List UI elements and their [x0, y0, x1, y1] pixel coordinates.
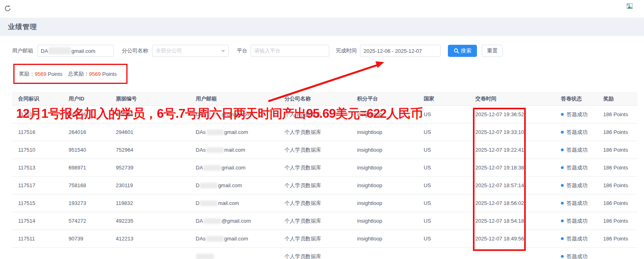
- cell-company: 个人学员数据库: [278, 123, 351, 141]
- column-header: 交卷时间: [469, 92, 555, 105]
- cell-company: 个人学员数据库: [278, 230, 351, 247]
- cell-platform: insightloop: [351, 230, 418, 247]
- email-label: 用户邮箱: [12, 47, 33, 54]
- table-row: 117510951540752964DAsmail.com个人学员数据库insi…: [12, 141, 638, 159]
- cell-platform: [351, 248, 418, 259]
- reward-unit: Points: [48, 71, 63, 77]
- cell-contract: 117511: [12, 230, 63, 247]
- page-title: 业绩管理: [8, 22, 37, 31]
- table-row: 117513698971952739DAgmail.com个人学员数据库insi…: [12, 159, 638, 177]
- cell-country: US: [418, 212, 469, 230]
- cell-company: 个人学员数据库: [278, 159, 351, 176]
- cell-status: 答题成功: [555, 106, 597, 123]
- cell-reward: 186 Points: [597, 141, 638, 159]
- cell-status: 答题成功: [555, 248, 597, 259]
- cell-user_id: 698971: [63, 159, 110, 176]
- company-select[interactable]: 全部分公司: [152, 45, 229, 57]
- cell-email: DAsgmail.com: [190, 123, 278, 141]
- cell-email: DA@gmail.com: [190, 212, 278, 230]
- cell-ticket: 230119: [110, 177, 190, 194]
- table-row: 117515193273119832Dmail.com个人学员数据库insigh…: [12, 194, 638, 212]
- cell-status: 答题成功: [555, 159, 597, 176]
- reward-value: 9569: [35, 71, 46, 77]
- cell-reward: 186 Points: [597, 106, 638, 123]
- cell-user_id: 951540: [63, 141, 110, 159]
- cell-contract: 117515: [12, 194, 63, 212]
- status-dot-icon: [561, 202, 564, 205]
- column-header: 答卷状态: [555, 92, 597, 105]
- column-header: 用户ID: [63, 92, 110, 105]
- table-row: 117514574272492235DA@gmail.com个人学员数据库ins…: [12, 212, 638, 230]
- cell-contract: 117510: [12, 141, 63, 159]
- table-body: 117512649446445166DA@gmail.com个人学员数据库ins…: [12, 106, 638, 259]
- total-reward-value: 9569: [89, 71, 101, 77]
- email-redaction: [203, 218, 221, 224]
- browser-topbar: [0, 0, 644, 18]
- cell-contract: 117516: [12, 123, 63, 141]
- search-button[interactable]: 搜索: [448, 45, 477, 57]
- time-range-input[interactable]: 2025-12-06 - 2025-12-07: [360, 45, 441, 57]
- cell-reward: 186 Points: [597, 212, 638, 230]
- cell-email: DAsmail.com: [190, 141, 278, 159]
- cell-email: [190, 248, 278, 259]
- column-header: 用户邮箱: [190, 92, 278, 105]
- company-label: 分公司名称: [122, 47, 148, 54]
- cell-country: US: [418, 177, 469, 194]
- cell-platform: insightloop: [351, 194, 418, 212]
- reward-summary-box: 奖励： 9569 Points 总奖励： 9569 Points: [13, 64, 128, 84]
- company-select-value: 全部分公司: [156, 47, 182, 54]
- email-redaction: [200, 183, 217, 188]
- time-label: 完成时间: [336, 47, 357, 54]
- email-redaction: [206, 130, 224, 135]
- cell-reward: 186 Points: [597, 177, 638, 194]
- table-row: 个人学员数据库答题成功: [12, 248, 638, 259]
- cell-user_id: [63, 248, 110, 259]
- status-dot-icon: [561, 237, 564, 240]
- cell-ticket: 752964: [110, 141, 190, 159]
- annotation-time-column-box: [473, 108, 526, 251]
- cell-status: 答题成功: [555, 141, 597, 159]
- cell-contract: 117514: [12, 212, 63, 230]
- platform-input[interactable]: 请输入平台: [251, 45, 329, 57]
- email-redaction: [206, 147, 224, 153]
- page: 业绩管理 用户邮箱 DA gmail.com 分公司名称 全部分公司 平台 请输…: [0, 0, 644, 259]
- cell-country: US: [418, 106, 469, 123]
- cell-user_id: 90739: [63, 230, 110, 247]
- cell-company: 个人学员数据库: [278, 194, 351, 212]
- cell-platform: insightloop: [351, 123, 418, 141]
- cell-contract: [12, 248, 63, 259]
- cell-email: DAgmail.com: [190, 159, 278, 176]
- cell-status: 答题成功: [555, 177, 597, 194]
- cell-platform: insightloop: [351, 212, 418, 230]
- cell-company: 个人学员数据库: [278, 212, 351, 230]
- refresh-icon[interactable]: [3, 4, 12, 13]
- cell-user_id: 264016: [63, 123, 110, 141]
- image-placeholder-icon: [627, 3, 633, 9]
- cell-country: US: [418, 230, 469, 247]
- email-value-redaction: [48, 47, 71, 54]
- cell-reward: [597, 248, 638, 259]
- cell-user_id: 758168: [63, 177, 110, 194]
- status-dot-icon: [561, 148, 564, 151]
- cell-country: US: [418, 194, 469, 212]
- cell-company: 个人学员数据库: [278, 248, 351, 259]
- chevron-down-icon: [221, 50, 225, 52]
- column-header: 票据编号: [110, 92, 190, 105]
- email-input[interactable]: DA gmail.com: [37, 45, 114, 57]
- cell-country: US: [418, 159, 469, 176]
- reset-button-label: 重置: [487, 47, 498, 54]
- reward-label: 奖励：: [19, 70, 35, 77]
- reset-button[interactable]: 重置: [482, 45, 503, 57]
- platform-placeholder: 请输入平台: [254, 47, 280, 54]
- cell-reward: 186 Points: [597, 194, 638, 212]
- email-redaction: [196, 254, 214, 259]
- table-header-row: 合同标识用户ID票据编号用户邮箱分公司名称积分平台国家交卷时间答卷状态奖励: [12, 92, 638, 106]
- total-reward-unit: Points: [102, 71, 117, 77]
- cell-platform: insightloop: [351, 177, 418, 194]
- cell-country: [418, 248, 469, 259]
- cell-ticket: 119832: [110, 194, 190, 212]
- status-dot-icon: [561, 184, 564, 187]
- email-value-suffix: gmail.com: [71, 48, 95, 54]
- cell-status: 答题成功: [555, 212, 597, 230]
- cell-company: 个人学员数据库: [278, 177, 351, 194]
